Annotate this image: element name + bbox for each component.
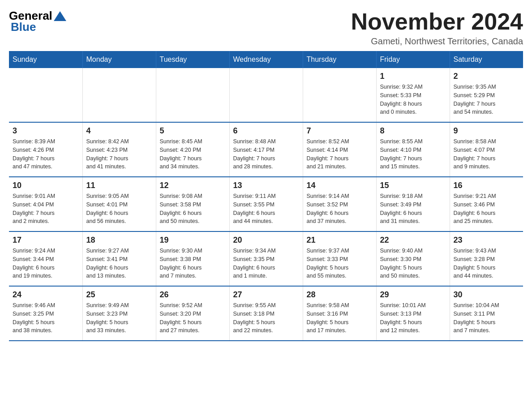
- calendar-cell: 20Sunrise: 9:34 AM Sunset: 3:35 PM Dayli…: [229, 231, 303, 286]
- day-number: 21: [307, 235, 373, 245]
- page-header: General Blue November 2024 Gameti, North…: [9, 9, 523, 47]
- calendar-cell: 1Sunrise: 9:32 AM Sunset: 5:33 PM Daylig…: [376, 68, 450, 122]
- calendar-cell: 29Sunrise: 10:01 AM Sunset: 3:13 PM Dayl…: [376, 286, 450, 341]
- day-info: Sunrise: 9:55 AM Sunset: 3:18 PM Dayligh…: [233, 301, 299, 335]
- day-info: Sunrise: 9:14 AM Sunset: 3:52 PM Dayligh…: [307, 192, 373, 226]
- day-number: 3: [13, 126, 79, 136]
- day-number: 5: [160, 126, 226, 136]
- day-info: Sunrise: 9:11 AM Sunset: 3:55 PM Dayligh…: [233, 192, 299, 226]
- day-info: Sunrise: 9:32 AM Sunset: 5:33 PM Dayligh…: [380, 83, 446, 116]
- calendar-day-header: Friday: [376, 51, 450, 68]
- day-number: 6: [233, 126, 299, 136]
- calendar-week-row: 1Sunrise: 9:32 AM Sunset: 5:33 PM Daylig…: [9, 68, 523, 122]
- day-info: Sunrise: 9:52 AM Sunset: 3:20 PM Dayligh…: [160, 301, 226, 335]
- day-number: 9: [454, 126, 520, 136]
- day-number: 17: [13, 235, 79, 245]
- calendar-day-header: Monday: [82, 51, 156, 68]
- day-number: 25: [86, 290, 152, 300]
- day-info: Sunrise: 9:37 AM Sunset: 3:33 PM Dayligh…: [307, 247, 373, 280]
- calendar-cell: [229, 68, 303, 122]
- calendar-cell: 8Sunrise: 8:55 AM Sunset: 4:10 PM Daylig…: [376, 122, 450, 177]
- calendar-cell: 13Sunrise: 9:11 AM Sunset: 3:55 PM Dayli…: [229, 177, 303, 231]
- calendar-cell: 2Sunrise: 9:35 AM Sunset: 5:29 PM Daylig…: [450, 68, 523, 122]
- calendar-day-header: Thursday: [303, 51, 376, 68]
- day-number: 27: [233, 290, 299, 300]
- day-info: Sunrise: 8:48 AM Sunset: 4:17 PM Dayligh…: [233, 137, 299, 171]
- logo-blue-text: Blue: [9, 20, 36, 34]
- logo: General Blue: [9, 9, 66, 34]
- calendar-cell: 23Sunrise: 9:43 AM Sunset: 3:28 PM Dayli…: [450, 231, 523, 286]
- day-info: Sunrise: 9:01 AM Sunset: 4:04 PM Dayligh…: [13, 192, 79, 226]
- calendar-day-header: Saturday: [450, 51, 523, 68]
- calendar-cell: 3Sunrise: 8:39 AM Sunset: 4:26 PM Daylig…: [9, 122, 82, 177]
- day-info: Sunrise: 9:35 AM Sunset: 5:29 PM Dayligh…: [454, 83, 520, 116]
- day-number: 20: [233, 235, 299, 245]
- day-info: Sunrise: 8:58 AM Sunset: 4:07 PM Dayligh…: [454, 137, 520, 171]
- day-number: 15: [380, 181, 446, 190]
- day-info: Sunrise: 9:49 AM Sunset: 3:23 PM Dayligh…: [86, 301, 152, 335]
- calendar-cell: 11Sunrise: 9:05 AM Sunset: 4:01 PM Dayli…: [82, 177, 156, 231]
- day-info: Sunrise: 9:27 AM Sunset: 3:41 PM Dayligh…: [86, 247, 152, 280]
- day-info: Sunrise: 9:58 AM Sunset: 3:16 PM Dayligh…: [307, 301, 373, 335]
- day-info: Sunrise: 9:05 AM Sunset: 4:01 PM Dayligh…: [86, 192, 152, 226]
- calendar-week-row: 24Sunrise: 9:46 AM Sunset: 3:25 PM Dayli…: [9, 286, 523, 341]
- calendar-cell: 28Sunrise: 9:58 AM Sunset: 3:16 PM Dayli…: [303, 286, 376, 341]
- day-number: 29: [380, 290, 446, 300]
- day-info: Sunrise: 8:45 AM Sunset: 4:20 PM Dayligh…: [160, 137, 226, 171]
- day-number: 18: [86, 235, 152, 245]
- day-info: Sunrise: 8:39 AM Sunset: 4:26 PM Dayligh…: [13, 137, 79, 171]
- calendar-cell: 14Sunrise: 9:14 AM Sunset: 3:52 PM Dayli…: [303, 177, 376, 231]
- day-info: Sunrise: 9:08 AM Sunset: 3:58 PM Dayligh…: [160, 192, 226, 226]
- day-info: Sunrise: 9:46 AM Sunset: 3:25 PM Dayligh…: [13, 301, 79, 335]
- svg-marker-0: [54, 11, 66, 21]
- calendar-cell: 17Sunrise: 9:24 AM Sunset: 3:44 PM Dayli…: [9, 231, 82, 286]
- logo-flag-icon: [54, 11, 66, 21]
- calendar-cell: 7Sunrise: 8:52 AM Sunset: 4:14 PM Daylig…: [303, 122, 376, 177]
- calendar-cell: 4Sunrise: 8:42 AM Sunset: 4:23 PM Daylig…: [82, 122, 156, 177]
- day-info: Sunrise: 10:01 AM Sunset: 3:13 PM Daylig…: [380, 301, 446, 335]
- day-number: 24: [13, 290, 79, 300]
- day-number: 30: [454, 290, 520, 300]
- calendar-cell: 16Sunrise: 9:21 AM Sunset: 3:46 PM Dayli…: [450, 177, 523, 231]
- day-info: Sunrise: 10:04 AM Sunset: 3:11 PM Daylig…: [454, 301, 520, 335]
- calendar-cell: 30Sunrise: 10:04 AM Sunset: 3:11 PM Dayl…: [450, 286, 523, 341]
- calendar-header-row: SundayMondayTuesdayWednesdayThursdayFrid…: [9, 51, 523, 68]
- day-number: 19: [160, 235, 226, 245]
- calendar-cell: [82, 68, 156, 122]
- calendar-cell: 12Sunrise: 9:08 AM Sunset: 3:58 PM Dayli…: [156, 177, 229, 231]
- day-number: 23: [454, 235, 520, 245]
- day-info: Sunrise: 9:43 AM Sunset: 3:28 PM Dayligh…: [454, 247, 520, 280]
- calendar-day-header: Sunday: [9, 51, 82, 68]
- day-number: 14: [307, 181, 373, 190]
- day-info: Sunrise: 9:30 AM Sunset: 3:38 PM Dayligh…: [160, 247, 226, 280]
- calendar-cell: 21Sunrise: 9:37 AM Sunset: 3:33 PM Dayli…: [303, 231, 376, 286]
- day-info: Sunrise: 9:40 AM Sunset: 3:30 PM Dayligh…: [380, 247, 446, 280]
- calendar-day-header: Tuesday: [156, 51, 229, 68]
- calendar-week-row: 3Sunrise: 8:39 AM Sunset: 4:26 PM Daylig…: [9, 122, 523, 177]
- day-info: Sunrise: 8:55 AM Sunset: 4:10 PM Dayligh…: [380, 137, 446, 171]
- calendar-cell: 15Sunrise: 9:18 AM Sunset: 3:49 PM Dayli…: [376, 177, 450, 231]
- day-number: 22: [380, 235, 446, 245]
- page-subtitle: Gameti, Northwest Territories, Canada: [351, 36, 523, 47]
- day-number: 8: [380, 126, 446, 136]
- calendar-cell: 22Sunrise: 9:40 AM Sunset: 3:30 PM Dayli…: [376, 231, 450, 286]
- calendar-week-row: 17Sunrise: 9:24 AM Sunset: 3:44 PM Dayli…: [9, 231, 523, 286]
- day-number: 4: [86, 126, 152, 136]
- calendar-cell: [303, 68, 376, 122]
- day-info: Sunrise: 9:21 AM Sunset: 3:46 PM Dayligh…: [454, 192, 520, 226]
- calendar-day-header: Wednesday: [229, 51, 303, 68]
- calendar-cell: 9Sunrise: 8:58 AM Sunset: 4:07 PM Daylig…: [450, 122, 523, 177]
- calendar-cell: [156, 68, 229, 122]
- day-number: 12: [160, 181, 226, 190]
- day-number: 7: [307, 126, 373, 136]
- day-number: 28: [307, 290, 373, 300]
- page-title: November 2024: [351, 9, 523, 34]
- day-number: 2: [454, 72, 520, 81]
- calendar-cell: 5Sunrise: 8:45 AM Sunset: 4:20 PM Daylig…: [156, 122, 229, 177]
- day-number: 10: [13, 181, 79, 190]
- calendar-cell: 26Sunrise: 9:52 AM Sunset: 3:20 PM Dayli…: [156, 286, 229, 341]
- day-info: Sunrise: 9:18 AM Sunset: 3:49 PM Dayligh…: [380, 192, 446, 226]
- day-number: 1: [380, 72, 446, 81]
- day-info: Sunrise: 8:52 AM Sunset: 4:14 PM Dayligh…: [307, 137, 373, 171]
- day-number: 13: [233, 181, 299, 190]
